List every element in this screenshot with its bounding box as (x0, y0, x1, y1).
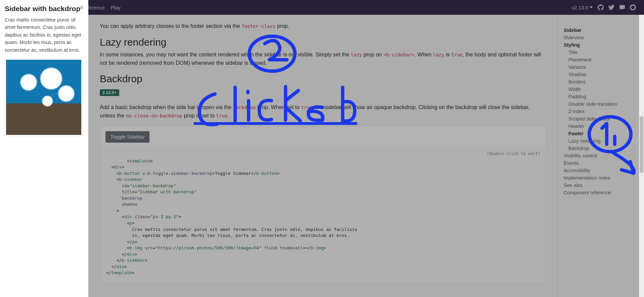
sidebar-drawer: Sidebar with backdrop × Cras mattis cons… (0, 0, 88, 297)
drawer-image (5, 58, 83, 136)
drawer-title: Sidebar with backdrop (5, 5, 84, 13)
close-icon[interactable]: × (80, 4, 84, 11)
page-scrollbar[interactable] (639, 15, 644, 297)
scrollbar-thumb[interactable] (640, 116, 643, 173)
drawer-body-text: Cras mattis consectetur purus sit amet f… (5, 16, 84, 54)
sidebar-backdrop-overlay[interactable] (0, 0, 644, 297)
